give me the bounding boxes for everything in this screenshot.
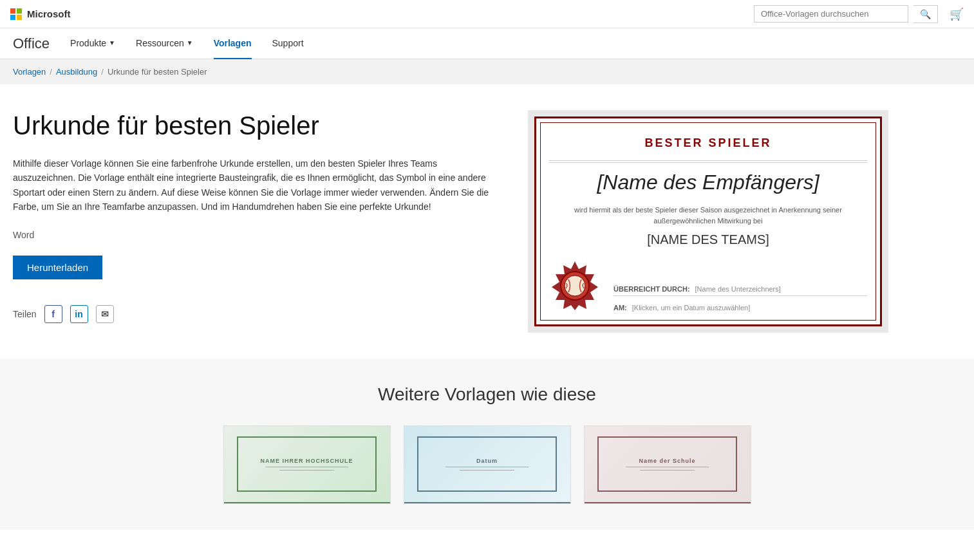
breadcrumb-vorlagen[interactable]: Vorlagen [13, 67, 46, 77]
templates-row: NAME IHRER HOCHSCHULE Datum Name der Sch… [13, 425, 961, 504]
cert-seal [549, 260, 601, 312]
ms-brand-label: Microsoft [27, 8, 71, 19]
nav-item-resources[interactable]: Ressourcen ▼ [136, 28, 193, 59]
cert-recipient: [Name des Empfängers] [549, 171, 867, 194]
ms-logo[interactable]: Microsoft [10, 8, 71, 20]
chevron-down-icon: ▼ [187, 39, 193, 46]
ms-logo-grid [10, 8, 22, 20]
ms-search-wrap: 🔍 🛒 [754, 5, 964, 23]
chevron-down-icon: ▼ [109, 39, 115, 46]
search-button[interactable]: 🔍 [913, 5, 938, 23]
template-card-1[interactable]: NAME IHRER HOCHSCHULE [223, 425, 391, 504]
cert-date-label: AM: [613, 304, 627, 312]
cert-lines [549, 160, 867, 163]
further-section: Weitere Vorlagen wie diese NAME IHRER HO… [0, 359, 974, 530]
template-thumb-text-2: Datum [476, 458, 498, 464]
cert-sig-label: ÜBERREICHT DURCH: [613, 285, 690, 293]
breadcrumb-sep-2: / [101, 67, 104, 77]
download-button[interactable]: Herunterladen [13, 256, 102, 279]
certificate-inner: BESTER SPIELER [Name des Empfängers] wir… [534, 117, 882, 326]
cert-title: BESTER SPIELER [549, 136, 867, 150]
left-panel: Urkunde für besten Spieler Mithilfe dies… [13, 110, 502, 333]
office-nav: Office Produkte ▼ Ressourcen ▼ Vorlagen … [0, 28, 974, 59]
share-row: Teilen f in ✉ [13, 305, 502, 323]
template-thumb-text-1: NAME IHRER HOCHSCHULE [260, 458, 353, 464]
office-brand[interactable]: Office [13, 35, 50, 52]
cert-team: [NAME DES TEAMS] [549, 232, 867, 247]
cert-line-2 [549, 162, 867, 163]
share-label: Teilen [13, 309, 37, 319]
nav-item-support[interactable]: Support [272, 28, 304, 59]
email-share-button[interactable]: ✉ [96, 305, 114, 323]
cert-sig-value: [Name des Unterzeichners] [695, 285, 781, 293]
cert-sig-row: ÜBERREICHT DURCH: [Name des Unterzeichne… [613, 285, 867, 296]
facebook-share-button[interactable]: f [44, 305, 62, 323]
certificate-preview: BESTER SPIELER [Name des Empfängers] wir… [528, 110, 888, 333]
breadcrumb-current: Urkunde für besten Spieler [108, 67, 207, 77]
cart-icon[interactable]: 🛒 [950, 7, 964, 21]
page-title: Urkunde für besten Spieler [13, 110, 502, 141]
further-title: Weitere Vorlagen wie diese [13, 384, 961, 405]
cert-line-1 [549, 160, 867, 161]
cert-date-value: [Klicken, um ein Datum auszuwählen] [632, 304, 750, 312]
cert-bottom: ÜBERREICHT DURCH: [Name des Unterzeichne… [549, 260, 867, 312]
svg-point-2 [565, 275, 585, 296]
breadcrumb-ausbildung[interactable]: Ausbildung [56, 67, 97, 77]
template-card-2[interactable]: Datum [404, 425, 571, 504]
main-content: Urkunde für besten Spieler Mithilfe dies… [0, 84, 974, 359]
linkedin-share-button[interactable]: in [70, 305, 88, 323]
template-thumb-text-3: Name der Schule [639, 458, 695, 464]
breadcrumb: Vorlagen / Ausbildung / Urkunde für best… [0, 59, 974, 84]
cert-date-row: AM: [Klicken, um ein Datum auszuwählen] [613, 301, 867, 312]
nav-item-products[interactable]: Produkte ▼ [70, 28, 115, 59]
app-label: Word [13, 230, 502, 240]
description-text: Mithilfe dieser Vorlage können Sie eine … [13, 156, 502, 214]
nav-item-vorlagen[interactable]: Vorlagen [214, 28, 252, 59]
ms-topbar: Microsoft 🔍 🛒 [0, 0, 974, 28]
cert-sig-area: ÜBERREICHT DURCH: [Name des Unterzeichne… [613, 285, 867, 312]
cert-body-text: wird hiermit als der beste Spieler diese… [549, 205, 867, 226]
breadcrumb-sep-1: / [50, 67, 52, 77]
search-input[interactable] [754, 5, 908, 23]
template-card-3[interactable]: Name der Schule [584, 425, 751, 504]
